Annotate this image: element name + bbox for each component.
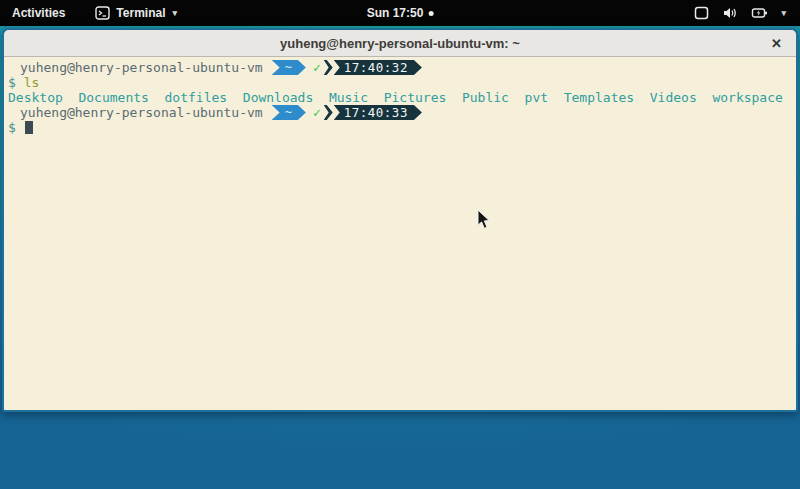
volume-icon [722, 6, 738, 20]
activities-button[interactable]: Activities [0, 0, 77, 26]
prompt-check-icon: ✓ [313, 60, 321, 75]
system-tray[interactable]: ▾ [686, 0, 794, 26]
powerline-chevron-icon [324, 60, 333, 75]
prompt-check-icon: ✓ [313, 105, 321, 120]
clock-label: Sun 17:50 [367, 6, 424, 20]
battery-charging-icon [751, 6, 768, 20]
window-title: yuheng@henry-personal-ubuntu-vm: ~ [280, 36, 520, 51]
window-titlebar[interactable]: yuheng@henry-personal-ubuntu-vm: ~ ✕ [4, 30, 796, 57]
chevron-down-icon: ▾ [172, 8, 177, 18]
command-line: $ ls [4, 75, 796, 90]
prompt-user: yuheng@henry-personal-ubuntu-vm [20, 60, 263, 75]
app-menu-terminal[interactable]: Terminal ▾ [89, 0, 183, 26]
input-line: $ [4, 120, 796, 135]
command-text: ls [24, 75, 40, 90]
clock-button[interactable]: Sun 17:50 [367, 6, 434, 20]
prompt-cwd-segment: ~ [272, 105, 306, 120]
prompt-time-segment: 17:40:32 [334, 60, 422, 75]
close-icon[interactable]: ✕ [768, 35, 785, 52]
terminal-cursor [25, 121, 33, 134]
prompt-symbol: $ [8, 75, 16, 90]
notification-dot-icon [428, 11, 433, 16]
prompt-user: yuheng@henry-personal-ubuntu-vm [20, 105, 263, 120]
prompt-time-segment: 17:40:33 [334, 105, 422, 120]
screen-icon [694, 6, 709, 20]
prompt-cwd-segment: ~ [272, 60, 306, 75]
app-menu-label: Terminal [116, 6, 165, 20]
terminal-window: yuheng@henry-personal-ubuntu-vm: ~ ✕ yuh… [2, 28, 798, 412]
prompt-line-1: yuheng@henry-personal-ubuntu-vm ~ ✓ 17:4… [4, 60, 796, 75]
chevron-down-icon: ▾ [781, 8, 786, 18]
powerline-chevron-icon [324, 105, 333, 120]
top-bar: Activities Terminal ▾ Sun 17:50 [0, 0, 800, 26]
prompt-line-2: yuheng@henry-personal-ubuntu-vm ~ ✓ 17:4… [4, 105, 796, 120]
prompt-symbol: $ [8, 120, 16, 135]
ls-output-line: Desktop Documents dotfiles Downloads Mus… [4, 90, 796, 105]
terminal-screen[interactable]: yuheng@henry-personal-ubuntu-vm ~ ✓ 17:4… [4, 57, 796, 410]
terminal-icon [95, 6, 110, 20]
